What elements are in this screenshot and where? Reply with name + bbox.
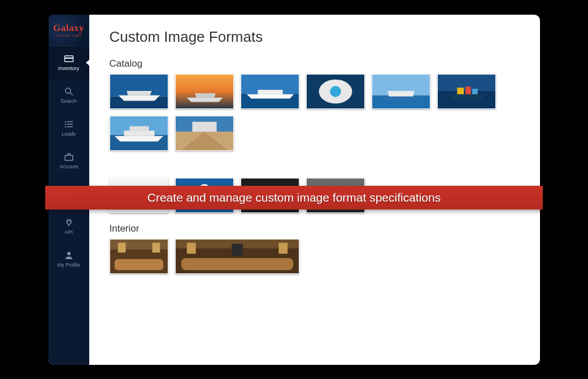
image-thumb[interactable]	[241, 74, 299, 109]
svg-rect-55	[139, 190, 142, 201]
svg-marker-30	[378, 96, 423, 101]
svg-rect-60	[203, 194, 206, 204]
svg-point-8	[64, 124, 66, 125]
image-thumb[interactable]	[241, 178, 299, 213]
svg-rect-54	[133, 190, 137, 201]
svg-rect-85	[232, 243, 243, 255]
sidebar-item-label: Search	[60, 99, 77, 104]
svg-marker-20	[195, 93, 215, 97]
svg-marker-23	[246, 94, 293, 98]
gears-icon	[64, 185, 74, 195]
sidebar-item-settings[interactable]: Settings	[49, 177, 89, 210]
image-thumb[interactable]	[437, 74, 496, 109]
section-title-interior: Interior	[110, 223, 524, 234]
svg-point-7	[64, 121, 66, 122]
user-icon	[64, 250, 74, 260]
svg-rect-10	[65, 155, 73, 160]
image-thumb[interactable]	[175, 116, 234, 151]
sidebar-item-inventory[interactable]: Inventory	[49, 46, 89, 79]
svg-point-27	[330, 86, 341, 97]
svg-rect-56	[144, 190, 147, 201]
sidebar-item-leads[interactable]: Leads	[49, 112, 89, 145]
svg-rect-82	[181, 258, 293, 269]
svg-point-50	[122, 202, 129, 209]
image-thumb[interactable]	[175, 239, 299, 274]
svg-rect-78	[117, 242, 125, 252]
svg-marker-34	[448, 94, 485, 99]
sidebar-item-label: Leads	[62, 132, 76, 137]
image-thumb[interactable]	[175, 178, 234, 213]
card-icon	[64, 54, 74, 64]
svg-marker-19	[186, 97, 223, 102]
svg-point-2	[66, 88, 71, 93]
svg-rect-69	[245, 200, 294, 208]
sidebar-item-account[interactable]: Account	[49, 145, 89, 177]
equipment-thumbs	[110, 178, 524, 213]
svg-point-11	[66, 187, 68, 190]
svg-rect-79	[152, 242, 160, 252]
sidebar-item-api[interactable]: API	[49, 210, 89, 243]
svg-rect-68	[284, 188, 292, 196]
section-interior: Interior	[110, 223, 524, 274]
brand-name: Galaxy	[53, 23, 84, 34]
svg-rect-52	[122, 190, 125, 201]
sidebar-item-label: Account	[59, 164, 78, 169]
brand-subtitle: CLOUD CMS	[55, 34, 82, 37]
image-thumb[interactable]	[110, 74, 168, 109]
sidebar: Galaxy CLOUD CMS Inventory Search Leads	[49, 15, 89, 365]
list-icon	[64, 119, 74, 129]
svg-line-3	[70, 93, 73, 95]
svg-rect-24	[258, 90, 282, 94]
plug-icon	[64, 217, 74, 228]
image-thumb[interactable]	[306, 74, 365, 109]
svg-rect-66	[260, 188, 270, 196]
svg-rect-53	[128, 190, 131, 201]
sidebar-item-label: My Profile	[57, 263, 80, 268]
svg-rect-1	[64, 58, 73, 59]
sidebar-item-search[interactable]: Search	[49, 79, 89, 112]
app-window: Galaxy CLOUD CMS Inventory Search Leads	[49, 15, 540, 365]
svg-rect-18	[176, 75, 233, 108]
svg-rect-77	[114, 259, 163, 269]
svg-point-51	[149, 202, 155, 209]
sidebar-item-label: Settings	[59, 197, 78, 202]
svg-point-61	[194, 201, 201, 208]
image-thumb[interactable]	[175, 74, 234, 109]
image-thumb[interactable]	[110, 239, 168, 274]
svg-rect-37	[472, 89, 477, 94]
svg-marker-40	[114, 136, 163, 141]
svg-point-9	[64, 126, 66, 127]
interior-thumbs	[110, 239, 524, 274]
catalog-thumbs	[110, 74, 524, 151]
svg-marker-31	[387, 91, 414, 97]
image-thumb[interactable]	[110, 116, 168, 151]
image-thumb[interactable]	[110, 178, 168, 213]
image-thumb[interactable]	[306, 178, 365, 213]
sidebar-nav: Inventory Search Leads Account Settings	[49, 46, 89, 365]
search-icon	[64, 86, 74, 97]
svg-point-62	[207, 201, 214, 208]
image-thumb[interactable]	[372, 74, 430, 109]
svg-rect-84	[278, 242, 288, 253]
page-title: Custom Image Formats	[110, 28, 524, 46]
svg-rect-67	[272, 188, 282, 196]
svg-point-13	[67, 252, 71, 255]
svg-rect-83	[186, 242, 195, 253]
brand-logo: Galaxy CLOUD CMS	[49, 15, 89, 46]
section-title-catalog: Catalog	[110, 58, 524, 69]
main-content: Custom Image Formats Catalog	[89, 15, 540, 365]
svg-point-59	[199, 184, 210, 194]
svg-rect-42	[129, 126, 149, 130]
svg-rect-41	[124, 130, 154, 136]
sidebar-item-label: API	[64, 230, 73, 235]
svg-rect-73	[323, 193, 331, 198]
section-equipment	[110, 178, 524, 213]
sidebar-item-profile[interactable]: My Profile	[49, 243, 89, 276]
svg-rect-35	[457, 88, 464, 94]
svg-marker-16	[118, 95, 160, 101]
svg-rect-71	[307, 178, 364, 189]
svg-rect-74	[334, 193, 342, 198]
briefcase-icon	[64, 152, 74, 162]
svg-point-12	[69, 190, 72, 193]
svg-rect-57	[150, 190, 153, 201]
